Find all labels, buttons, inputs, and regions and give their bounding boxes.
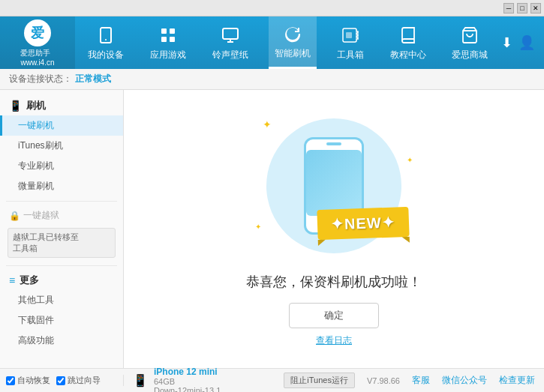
- device-model: Down-12mini-13,1: [154, 386, 221, 393]
- bottom-bar: 自动恢复 跳过向导 📱 iPhone 12 mini 64GB Down-12m…: [0, 368, 544, 392]
- logo-icon: 爱: [24, 19, 51, 46]
- sidebar-locked-jailbreak: 🔒 一键越狱: [0, 206, 123, 225]
- sidebar-jailbreak-note: 越狱工具已转移至工具箱: [8, 228, 116, 258]
- user-button[interactable]: 👤: [518, 34, 535, 51]
- view-log-link[interactable]: 查看日志: [316, 334, 352, 347]
- device-phone-icon: 📱: [133, 373, 148, 388]
- illustration: ✦ ✦ ✦ ✦NEW✦: [251, 111, 416, 261]
- svg-rect-2: [161, 28, 167, 34]
- sparkle-icon-1: ✦: [263, 118, 272, 130]
- music-icon: [220, 25, 241, 46]
- new-ribbon: ✦NEW✦: [317, 207, 410, 240]
- sidebar-item-pro-flash[interactable]: 专业刷机: [0, 156, 123, 176]
- status-value: 正常模式: [75, 73, 111, 85]
- success-message: 恭喜您，保资料刷机成功啦！: [246, 273, 422, 291]
- wechat-link[interactable]: 微信公众号: [442, 374, 487, 387]
- sidebar-group-more: ≡ 更多: [0, 271, 123, 290]
- refresh-icon: [282, 23, 303, 44]
- device-storage: 64GB: [154, 377, 221, 386]
- sidebar-group-flash: 📱 刷机: [0, 96, 123, 115]
- close-button[interactable]: ✕: [530, 3, 541, 13]
- book-icon: [398, 25, 419, 46]
- svg-rect-9: [346, 32, 352, 38]
- nav-shop[interactable]: 爱思商城: [446, 16, 494, 69]
- header-right: ⬇ 👤: [501, 34, 544, 51]
- new-text: ✦NEW✦: [331, 214, 395, 233]
- sidebar-item-one-click-flash[interactable]: 一键刷机: [0, 115, 123, 136]
- sidebar-item-itunes-flash[interactable]: iTunes刷机: [0, 136, 123, 156]
- svg-rect-4: [161, 37, 167, 42]
- skip-wizard-checkbox[interactable]: 跳过向导: [56, 375, 101, 386]
- bottom-right: 阻止iTunes运行 V7.98.66 客服 微信公众号 检查更新: [275, 373, 544, 388]
- phone-icon: [95, 25, 116, 46]
- svg-rect-6: [223, 28, 238, 39]
- main-area: 📱 刷机 一键刷机 iTunes刷机 专业刷机 微量刷机 🔒 一键越狱 越狱工具…: [0, 90, 544, 368]
- title-bar: ─ □ ✕: [0, 0, 544, 16]
- sidebar-item-advanced[interactable]: 高级功能: [0, 331, 123, 351]
- stop-itunes-button[interactable]: 阻止iTunes运行: [284, 373, 355, 388]
- phone-screen: [306, 150, 362, 216]
- header: 爱 爱思助手 www.i4.cn 我的设备 应用游戏 铃声壁纸: [0, 16, 544, 69]
- logo-area: 爱 爱思助手 www.i4.cn: [0, 16, 75, 69]
- content-area: ✦ ✦ ✦ ✦NEW✦ 恭喜您，保资料刷机成功啦！ 确定 查看日志: [124, 90, 544, 368]
- nav-tutorials[interactable]: 教程中心: [384, 16, 432, 69]
- more-group-icon: ≡: [9, 274, 15, 286]
- sidebar-item-download-firmware[interactable]: 下载固件: [0, 310, 123, 331]
- nav-items: 我的设备 应用游戏 铃声壁纸 智能刷机 工具箱: [75, 16, 501, 69]
- shop-icon: [459, 25, 480, 46]
- sidebar-divider-2: [6, 265, 117, 266]
- sparkle-icon-3: ✦: [255, 223, 261, 231]
- tools-icon: [340, 25, 361, 46]
- svg-rect-3: [170, 28, 175, 34]
- status-bar: 设备连接状态： 正常模式: [0, 69, 544, 90]
- nav-apps[interactable]: 应用游戏: [144, 16, 192, 69]
- customer-service-link[interactable]: 客服: [412, 374, 430, 387]
- device-info: 📱 iPhone 12 mini 64GB Down-12mini-13,1: [124, 367, 275, 393]
- flash-group-icon: 📱: [9, 100, 22, 112]
- sidebar: 📱 刷机 一键刷机 iTunes刷机 专业刷机 微量刷机 🔒 一键越狱 越狱工具…: [0, 90, 124, 368]
- svg-rect-5: [170, 37, 175, 42]
- phone-notch: [326, 142, 341, 145]
- new-badge: ✦NEW✦: [317, 208, 409, 238]
- check-update-link[interactable]: 检查更新: [499, 374, 535, 387]
- sidebar-item-micro-flash[interactable]: 微量刷机: [0, 176, 123, 196]
- device-text: iPhone 12 mini 64GB Down-12mini-13,1: [154, 367, 221, 393]
- status-label: 设备连接状态：: [9, 73, 72, 85]
- logo-subtitle: 爱思助手 www.i4.cn: [20, 48, 54, 67]
- apps-icon: [158, 25, 179, 46]
- skip-wizard-input[interactable]: [56, 376, 65, 385]
- auto-dismiss-input[interactable]: [6, 376, 15, 385]
- minimize-button[interactable]: ─: [503, 3, 514, 13]
- nav-smart-flash[interactable]: 智能刷机: [269, 16, 317, 69]
- confirm-button[interactable]: 确定: [289, 303, 379, 328]
- sidebar-item-other-tools[interactable]: 其他工具: [0, 290, 123, 310]
- sparkle-icon-2: ✦: [407, 156, 413, 164]
- svg-point-1: [105, 39, 107, 40]
- nav-toolbox[interactable]: 工具箱: [331, 16, 370, 69]
- sidebar-divider-1: [6, 201, 117, 202]
- version-text: V7.98.66: [367, 376, 400, 385]
- nav-my-device[interactable]: 我的设备: [82, 16, 130, 69]
- auto-dismiss-checkbox[interactable]: 自动恢复: [6, 375, 50, 386]
- maximize-button[interactable]: □: [517, 3, 527, 13]
- download-button[interactable]: ⬇: [501, 34, 512, 51]
- bottom-left-checkboxes: 自动恢复 跳过向导: [0, 375, 124, 386]
- nav-ringtones[interactable]: 铃声壁纸: [206, 16, 254, 69]
